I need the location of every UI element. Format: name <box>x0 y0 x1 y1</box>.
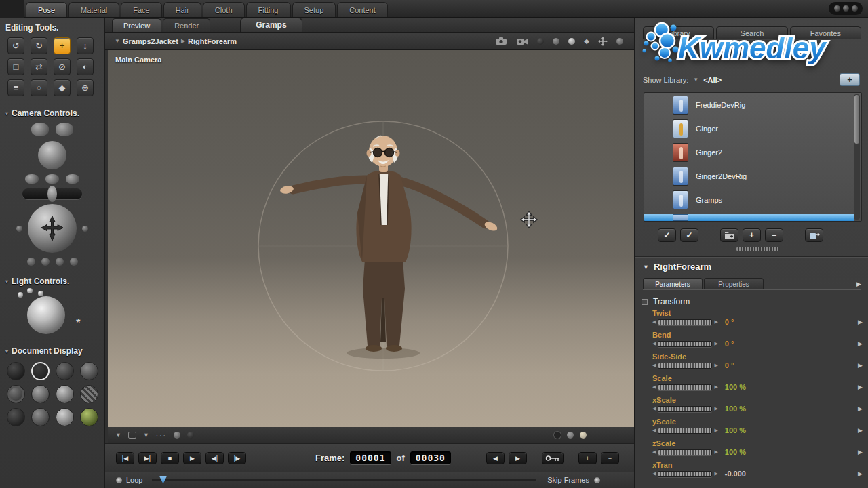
light-3-dot[interactable] <box>38 291 43 296</box>
actor-collapse-icon[interactable]: ▼ <box>643 264 649 270</box>
scale-tool-icon[interactable]: □ <box>7 58 24 75</box>
parameter-name[interactable]: Scale <box>652 374 863 382</box>
style-dropdown-icon[interactable]: ▼ <box>143 432 149 439</box>
parameter-options-icon[interactable]: ▶ <box>858 340 863 347</box>
smooth-shading-icon[interactable] <box>568 38 575 45</box>
movie-camera-icon[interactable] <box>516 37 528 45</box>
parameter-name[interactable]: Bend <box>652 331 863 339</box>
edit-keyframes-button[interactable] <box>542 452 564 464</box>
light-position-sphere[interactable] <box>27 296 65 334</box>
dial-increment-icon[interactable]: ▶ <box>714 471 717 476</box>
dial-decrement-icon[interactable]: ◀ <box>652 406 656 411</box>
parameter-options-icon[interactable]: ▶ <box>858 470 863 477</box>
chain-break-tool-icon[interactable]: ⊘ <box>54 58 71 75</box>
tab-pose[interactable]: Pose <box>26 2 67 17</box>
apply-checkmark-button[interactable]: ✓ <box>658 228 676 242</box>
sparkle-icon[interactable]: ◆ <box>584 37 589 45</box>
parameter-value[interactable]: -0.000 <box>725 470 760 478</box>
timeline-scrub-thumb[interactable] <box>159 476 167 484</box>
skip-frames-radio[interactable] <box>594 477 600 483</box>
parameter-value[interactable]: 100 % <box>725 383 760 391</box>
aux-camera-icon[interactable] <box>66 174 79 184</box>
twist-tool-icon[interactable]: ↻ <box>31 37 47 54</box>
library-scrollbar[interactable] <box>854 94 860 220</box>
parameter-menu-arrow-icon[interactable]: ▶ <box>856 281 861 287</box>
collapse-arrow-icon[interactable]: ▾ <box>5 110 8 117</box>
library-item-partial-selected[interactable] <box>644 214 854 221</box>
taper-tool-icon[interactable]: ⇄ <box>31 58 47 75</box>
selected-actor-name[interactable]: RightForearm <box>654 262 711 272</box>
parameter-options-icon[interactable]: ▶ <box>858 362 863 369</box>
collapse-arrow-icon[interactable]: ▾ <box>5 279 8 285</box>
translate-pull-tool-icon[interactable]: + <box>54 37 71 54</box>
color-tool-icon[interactable]: ◐ <box>77 58 94 75</box>
posing-camera-icon[interactable] <box>25 174 39 184</box>
translate-inout-tool-icon[interactable]: ↕ <box>77 37 94 54</box>
camera-dropdown-icon[interactable]: ▼ <box>115 432 121 439</box>
parameter-name[interactable]: Side-Side <box>652 352 863 361</box>
tab-hair[interactable]: Hair <box>163 2 201 17</box>
dial-increment-icon[interactable]: ▶ <box>714 341 717 346</box>
light-sparkle-icon[interactable]: * <box>76 317 81 330</box>
tab-material[interactable]: Material <box>68 2 119 17</box>
tab-render[interactable]: Render <box>163 18 210 32</box>
camera-name-label[interactable]: Main Camera <box>115 56 161 64</box>
display-style-cartoon-button[interactable] <box>7 408 25 426</box>
camera-trackball[interactable] <box>28 204 77 253</box>
dial-decrement-icon[interactable]: ◀ <box>652 471 656 476</box>
library-item[interactable]: Ginger2DevRig <box>644 164 861 188</box>
library-dropdown-icon[interactable]: ▼ <box>693 77 698 83</box>
display-style-smooth-shaded-button[interactable] <box>31 408 50 426</box>
frame-all-icon[interactable] <box>128 432 136 439</box>
parameter-options-icon[interactable]: ▶ <box>858 319 863 325</box>
display-style-lit-wireframe-button[interactable] <box>31 385 50 403</box>
dial-increment-icon[interactable]: ▶ <box>714 363 717 368</box>
tab-fitting[interactable]: Fitting <box>246 2 291 17</box>
dial-decrement-icon[interactable]: ◀ <box>652 363 656 368</box>
dial-increment-icon[interactable]: ▶ <box>714 406 717 411</box>
camera-roll-left-icon[interactable] <box>16 226 22 232</box>
parameter-value[interactable]: 100 % <box>725 426 760 434</box>
tab-preview[interactable]: Preview <box>112 18 161 32</box>
display-style-outline-button[interactable] <box>31 362 50 380</box>
loop-radio[interactable] <box>116 477 122 483</box>
parameter-value[interactable]: 100 % <box>725 405 760 413</box>
parameter-dial[interactable] <box>658 319 712 325</box>
tab-face[interactable]: Face <box>121 2 161 17</box>
display-style-texture-shaded-button[interactable] <box>80 408 98 426</box>
apply-double-checkmark-button[interactable]: ✓ <box>680 228 698 242</box>
parameter-name[interactable]: xScale <box>652 396 863 404</box>
display-style-sketch-button[interactable] <box>80 362 98 380</box>
footer-sphere-small-icon[interactable] <box>187 432 194 439</box>
tracking-ball-icon[interactable] <box>616 38 623 45</box>
dial-decrement-icon[interactable]: ◀ <box>652 428 656 433</box>
morphing-tool-icon[interactable]: ◆ <box>54 79 71 96</box>
breadcrumb-figure[interactable]: Gramps2Jacket <box>123 37 178 45</box>
direct-manipulation-tool-icon[interactable]: ⊕ <box>77 79 94 96</box>
grouping-tool-icon[interactable]: ≡ <box>7 79 24 96</box>
rotate-tool-icon[interactable]: ↺ <box>7 37 24 54</box>
tab-cloth[interactable]: Cloth <box>203 2 245 17</box>
next-key-button[interactable]: ▶ <box>509 452 527 464</box>
add-folder-button[interactable] <box>720 228 738 242</box>
last-frame-button[interactable]: ▶| <box>138 452 157 464</box>
light-2-dot[interactable] <box>27 288 33 293</box>
display-style-smooth-lined-button[interactable] <box>56 408 74 426</box>
view-magnifier-tool-icon[interactable]: ○ <box>31 79 47 96</box>
tab-properties[interactable]: Properties <box>704 278 764 289</box>
tab-library[interactable]: Library <box>643 26 714 39</box>
library-item[interactable]: Ginger2 <box>644 140 861 164</box>
current-frame-field[interactable]: 00001 <box>350 451 391 464</box>
display-style-flat-shaded-button[interactable] <box>56 385 74 403</box>
parameter-options-icon[interactable]: ▶ <box>858 384 863 390</box>
photo-camera-icon[interactable] <box>495 37 507 45</box>
transform-group-checkbox[interactable] <box>642 299 648 305</box>
parameter-options-icon[interactable]: ▶ <box>858 405 863 412</box>
dial-decrement-icon[interactable]: ◀ <box>652 449 656 455</box>
dial-increment-icon[interactable]: ▶ <box>714 319 717 325</box>
depth-cue-icon[interactable] <box>537 38 544 45</box>
add-library-button[interactable]: + <box>840 73 860 86</box>
parameter-dial[interactable] <box>658 449 712 455</box>
library-item[interactable]: FreddieDevRig <box>644 93 861 117</box>
tab-content[interactable]: Content <box>337 2 388 17</box>
